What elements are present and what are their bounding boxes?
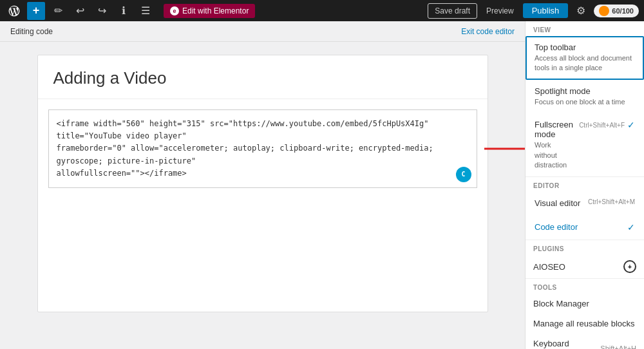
visual-editor-shortcut: Ctrl+Shift+Alt+M — [588, 198, 635, 205]
save-draft-button[interactable]: Save draft — [428, 3, 477, 19]
editor-area: Editing code Exit code editor Adding a V… — [0, 21, 525, 349]
top-toolbar-desc: Access all block and document tools in a… — [535, 53, 635, 73]
reusable-blocks-item[interactable]: Manage all reusable blocks — [526, 314, 644, 334]
fullscreen-mode-item[interactable]: Fullscreen mode Work without distraction… — [526, 113, 644, 176]
redo-button[interactable]: ↪ — [93, 2, 111, 20]
code-avatar: C — [456, 167, 471, 182]
top-toolbar-item[interactable]: Top toolbar Access all block and documen… — [526, 36, 644, 80]
content-area: Adding a Video <iframe width="560" heigh… — [0, 42, 525, 349]
edit-with-elementor-button[interactable]: e Edit with Elementor — [164, 4, 255, 18]
block-manager-item[interactable]: Block Manager — [526, 294, 644, 314]
post-title[interactable]: Adding a Video — [53, 68, 472, 88]
main-area: Editing code Exit code editor Adding a V… — [0, 21, 644, 349]
code-editor-item[interactable]: Code editor ✓ — [526, 216, 644, 240]
visual-editor-title: Visual editor — [535, 198, 584, 208]
editing-code-bar: Editing code Exit code editor — [0, 21, 525, 42]
block-manager-label: Block Manager — [533, 299, 589, 308]
editing-code-label: Editing code — [10, 27, 53, 36]
publish-button[interactable]: Publish — [523, 3, 569, 18]
fullscreen-shortcut: Ctrl+Shift+Alt+F — [579, 122, 625, 129]
preview-button[interactable]: Preview — [481, 4, 519, 18]
score-circle — [599, 6, 609, 16]
undo-button[interactable]: ↩ — [71, 2, 89, 20]
aioseo-icon: + — [623, 260, 636, 273]
list-view-button[interactable]: ☰ — [137, 2, 155, 20]
view-section: VIEW Top toolbar Access all block and do… — [526, 21, 644, 177]
plugins-section-header: PLUGINS — [526, 240, 644, 255]
code-block-area: <iframe width="560" height="315" src="ht… — [38, 99, 488, 198]
add-block-button[interactable]: + — [27, 2, 45, 20]
fullscreen-check-icon: ✓ — [627, 120, 635, 130]
keyboard-shortcuts-item[interactable]: Keyboard shortcuts Shift+Alt+H — [526, 334, 644, 349]
fullscreen-mode-desc: Work without distraction — [535, 140, 575, 170]
spotlight-mode-item[interactable]: Spotlight mode Focus on one block at a t… — [526, 80, 644, 113]
visual-editor-item[interactable]: Visual editor Ctrl+Shift+Alt+M — [526, 192, 644, 216]
seo-score-badge: 60/100 — [594, 5, 639, 17]
red-arrow — [484, 142, 526, 155]
editor-section-header: EDITOR — [526, 177, 644, 192]
edit-button[interactable]: ✏ — [49, 2, 67, 20]
post-editor-block: Adding a Video <iframe width="560" heigh… — [37, 55, 488, 312]
reusable-blocks-label: Manage all reusable blocks — [533, 319, 635, 328]
fullscreen-mode-title: Fullscreen mode — [535, 120, 575, 139]
code-block-inner[interactable]: <iframe width="560" height="315" src="ht… — [48, 109, 477, 188]
tools-section: TOOLS Block Manager Manage all reusable … — [526, 279, 644, 349]
code-editor-title: Code editor — [535, 222, 623, 232]
wp-logo — [5, 2, 23, 20]
aioseo-label: AIOSEO — [533, 262, 565, 272]
exit-code-editor-link[interactable]: Exit code editor — [461, 27, 515, 36]
view-section-header: VIEW — [526, 21, 644, 36]
top-toolbar-title: Top toolbar — [535, 42, 635, 52]
tools-section-header: TOOLS — [526, 279, 644, 294]
post-title-area: Adding a Video — [38, 55, 488, 99]
code-editor-check-icon: ✓ — [627, 222, 635, 232]
aioseo-plugin-item[interactable]: AIOSEO + — [526, 255, 644, 278]
elementor-icon: e — [170, 6, 179, 15]
top-toolbar: + ✏ ↩ ↪ ℹ ☰ e Edit with Elementor Save d… — [0, 0, 644, 21]
settings-button[interactable]: ⚙ — [572, 2, 590, 20]
keyboard-shortcuts-label: Keyboard shortcuts — [533, 339, 600, 349]
editor-section: EDITOR Visual editor Ctrl+Shift+Alt+M Co… — [526, 177, 644, 240]
right-panel: VIEW Top toolbar Access all block and do… — [525, 21, 644, 349]
keyboard-shortcuts-shortcut: Shift+Alt+H — [600, 344, 636, 349]
code-content: <iframe width="560" height="315" src="ht… — [57, 119, 438, 178]
spotlight-mode-desc: Focus on one block at a time — [535, 97, 635, 107]
plugins-section: PLUGINS AIOSEO + — [526, 240, 644, 279]
details-button[interactable]: ℹ — [115, 2, 133, 20]
spotlight-mode-title: Spotlight mode — [535, 86, 635, 96]
